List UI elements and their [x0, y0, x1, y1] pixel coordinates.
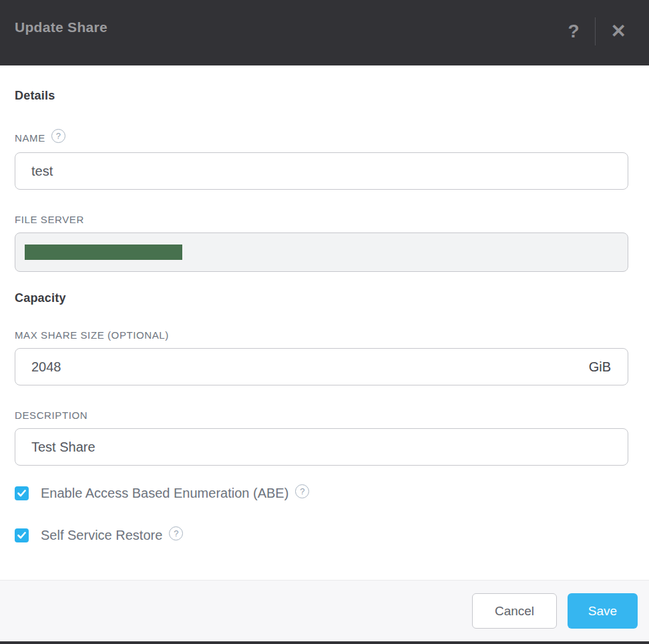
abe-checkbox-row: Enable Access Based Enumeration (ABE) ? [15, 486, 628, 501]
self-service-restore-checkbox-label: Self Service Restore [41, 528, 162, 543]
max-share-size-label: MAX SHARE SIZE (OPTIONAL) [15, 329, 169, 341]
details-section-heading: Details [15, 89, 628, 103]
capacity-section-heading: Capacity [15, 291, 628, 305]
abe-checkbox-label: Enable Access Based Enumeration (ABE) [41, 486, 288, 501]
abe-help-icon[interactable]: ? [295, 484, 309, 498]
name-label: NAME [15, 132, 45, 144]
check-icon [17, 490, 26, 497]
max-share-size-input[interactable] [15, 348, 628, 385]
dialog-header: Update Share ? ✕ [0, 0, 649, 65]
close-button[interactable]: ✕ [608, 22, 629, 41]
check-icon [17, 532, 26, 539]
page-background-edge [0, 641, 649, 644]
update-share-dialog: Update Share ? ✕ Details NAME ? FILE SER… [0, 0, 649, 644]
description-label: DESCRIPTION [15, 410, 87, 421]
help-button[interactable]: ? [565, 22, 582, 41]
name-input[interactable] [15, 152, 628, 190]
name-help-icon[interactable]: ? [51, 129, 65, 143]
description-form-group: DESCRIPTION [15, 410, 628, 466]
header-divider [595, 17, 596, 45]
close-icon: ✕ [611, 21, 626, 41]
self-service-restore-checkbox-row: Self Service Restore ? [15, 528, 628, 543]
dialog-body: Details NAME ? FILE SERVER Capacity MAX … [0, 65, 649, 580]
cancel-button[interactable]: Cancel [472, 593, 557, 629]
save-button[interactable]: Save [568, 593, 638, 629]
dialog-title: Update Share [15, 17, 107, 35]
help-icon: ? [568, 21, 579, 41]
file-server-form-group: FILE SERVER [15, 214, 628, 272]
name-form-group: NAME ? [15, 131, 628, 190]
description-input[interactable] [15, 428, 628, 466]
abe-checkbox[interactable] [15, 486, 29, 500]
max-share-size-form-group: MAX SHARE SIZE (OPTIONAL) GiB [15, 329, 628, 385]
max-share-size-unit: GiB [589, 359, 611, 375]
self-service-restore-help-icon[interactable]: ? [169, 526, 183, 540]
file-server-label: FILE SERVER [15, 214, 84, 225]
file-server-redacted-value [25, 245, 182, 260]
dialog-footer: Cancel Save [0, 580, 649, 641]
self-service-restore-checkbox[interactable] [15, 528, 29, 542]
header-actions: ? ✕ [565, 17, 629, 45]
file-server-input [15, 232, 628, 272]
